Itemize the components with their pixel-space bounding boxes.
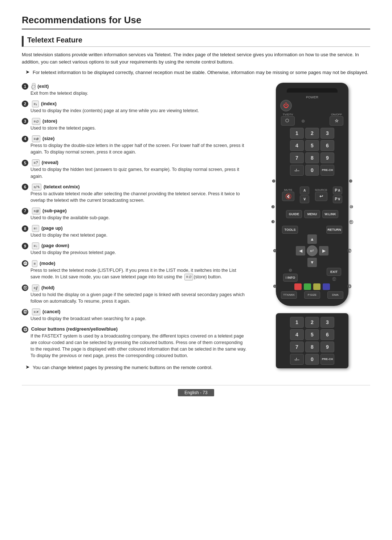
return-button[interactable]: RETURN bbox=[326, 226, 342, 234]
tv-dtv-button[interactable]: ⃝ bbox=[281, 116, 295, 126]
info-button[interactable]: i INFO bbox=[283, 274, 298, 282]
s-prech-button[interactable]: PRE-CH bbox=[320, 354, 334, 365]
nav-up-button[interactable]: ▲ bbox=[307, 234, 317, 244]
nav-left-button[interactable]: ◀ bbox=[296, 246, 305, 255]
power-label: POWER bbox=[280, 95, 344, 99]
mute-button[interactable]: 🔇 bbox=[282, 192, 294, 201]
item-number: 7 bbox=[22, 208, 28, 214]
item-number: ⑬ bbox=[22, 326, 28, 333]
source-label: SOURCE bbox=[315, 188, 327, 192]
s-num-3-button[interactable]: 3 bbox=[320, 317, 334, 328]
s-num-0-button[interactable]: 0 bbox=[305, 354, 319, 365]
num-8-button[interactable]: 8 bbox=[305, 152, 319, 163]
ch-down-button[interactable]: P∨ bbox=[333, 195, 342, 203]
num-7-button[interactable]: 7 bbox=[290, 152, 304, 163]
item-label: (teletext on/mix) bbox=[44, 184, 80, 189]
s-num-9-button[interactable]: 9 bbox=[320, 341, 334, 352]
s-num-8-button[interactable]: 8 bbox=[305, 341, 319, 352]
num-1-button[interactable]: 1 bbox=[290, 128, 304, 139]
guide-button[interactable]: GUIDE bbox=[286, 210, 302, 218]
source-button[interactable]: ↩ bbox=[315, 192, 327, 201]
menu-button[interactable]: MENU bbox=[304, 210, 320, 218]
annot-10b: ⑩ bbox=[350, 205, 353, 209]
annot-ex: ⑫ bbox=[332, 277, 336, 282]
item-number: 1 bbox=[22, 83, 28, 90]
num-2-button[interactable]: 2 bbox=[305, 128, 319, 139]
s-num-7-button[interactable]: 7 bbox=[290, 341, 304, 352]
page-title: Recommendations for Use bbox=[22, 15, 370, 29]
list-item: ⑬ Colour buttons (red/green/yellow/blue)… bbox=[22, 326, 247, 359]
s-dash-button[interactable]: -/-- bbox=[290, 354, 304, 365]
ch-up-button[interactable]: P∧ bbox=[333, 187, 342, 195]
annot-1: ❶ bbox=[301, 119, 305, 124]
bottom-function-row: TTX/MIX P.SIZE DMA bbox=[280, 291, 344, 299]
item-number: 6 bbox=[22, 184, 28, 190]
red-color-button[interactable] bbox=[294, 283, 302, 290]
num-4-button[interactable]: 4 bbox=[290, 140, 304, 151]
intro-paragraph: Most television stations provide written… bbox=[22, 51, 370, 65]
item-number: 2 bbox=[22, 101, 28, 107]
s-num-1-button[interactable]: 1 bbox=[290, 317, 304, 328]
on-off-label: ON/OFF bbox=[330, 113, 343, 116]
on-off-button[interactable]: ☆ bbox=[330, 116, 343, 126]
s-num-6-button[interactable]: 6 bbox=[320, 329, 334, 340]
item-icon-pagedown: ≡↓ bbox=[32, 242, 40, 249]
green-color-button[interactable] bbox=[304, 283, 311, 290]
psize-button[interactable]: P.SIZE bbox=[304, 291, 320, 299]
item-label: (mode) bbox=[40, 261, 55, 266]
num-9-button[interactable]: 9 bbox=[320, 152, 334, 163]
teletext-items: 1 ⃝ (exit) Exit from the teletext displa… bbox=[22, 83, 247, 359]
vol-down-button[interactable]: ∨ bbox=[300, 195, 309, 203]
item-desc: Press to activate teletext mode after se… bbox=[30, 191, 247, 204]
number-grid: 1 2 3 4 5 6 7 8 9 -/-- 0 PRE-CH bbox=[280, 128, 344, 176]
nav-right-button[interactable]: ▶ bbox=[319, 246, 328, 255]
item-number: 5 bbox=[22, 160, 28, 166]
dash-button[interactable]: -/-- bbox=[290, 165, 304, 176]
annot-11: ⑪ bbox=[349, 220, 353, 225]
tv-dtv-label: TV/DTV bbox=[281, 113, 295, 116]
num-3-button[interactable]: 3 bbox=[320, 128, 334, 139]
item-desc: Used to hold the display on a given page… bbox=[30, 291, 247, 304]
s-num-2-button[interactable]: 2 bbox=[305, 317, 319, 328]
small-numpad: 1 2 3 4 5 6 7 8 9 -/-- 0 PRE-CH bbox=[276, 313, 348, 368]
annot-6: ❻ bbox=[273, 284, 277, 289]
item-icon-hold: ≡‖ bbox=[32, 285, 40, 291]
annot-12: ⑫ bbox=[347, 248, 351, 253]
vol-up-button[interactable]: ∧ bbox=[300, 187, 309, 195]
ttxmix-button[interactable]: TTX/MIX bbox=[281, 291, 297, 299]
num-5-button[interactable]: 5 bbox=[305, 140, 319, 151]
item-desc: Used to display the previous teletext pa… bbox=[30, 249, 247, 256]
list-item: 5 ≡? (reveal) Used to display the hidden… bbox=[22, 159, 247, 179]
item-icon-mode: ≡ bbox=[32, 260, 38, 267]
exit-button[interactable]: EXIT bbox=[327, 268, 341, 276]
nav-down-button[interactable]: ▼ bbox=[307, 258, 317, 267]
s-num-5-button[interactable]: 5 bbox=[305, 329, 319, 340]
item-desc: Used to display the available sub-page. bbox=[30, 214, 247, 221]
power-button[interactable]: ⏻ bbox=[280, 100, 292, 111]
item-label: Colour buttons (red/green/yellow/blue) bbox=[31, 326, 118, 332]
item-desc: Used to display the next teletext page. bbox=[30, 232, 247, 238]
list-item: 4 ≡⊕ (size) Press to display the double-… bbox=[22, 135, 247, 155]
num-0-button[interactable]: 0 bbox=[305, 165, 319, 176]
small-bottom-row: -/-- 0 PRE-CH bbox=[279, 354, 345, 365]
item-label: (store) bbox=[42, 118, 57, 124]
wlink-button[interactable]: W.LINK bbox=[322, 210, 338, 218]
tools-button[interactable]: TOOLS bbox=[282, 226, 298, 234]
annot-2: ❷ bbox=[271, 205, 275, 209]
item-icon-index: ≡₁ bbox=[32, 101, 39, 107]
annot-3b: ❸ bbox=[271, 220, 275, 225]
yellow-color-button[interactable] bbox=[313, 283, 320, 290]
item-icon-size: ≡⊕ bbox=[32, 135, 41, 142]
nav-ok-button[interactable]: ↵ bbox=[307, 245, 318, 256]
item-label: (page up) bbox=[41, 225, 63, 231]
num-6-button[interactable]: 6 bbox=[320, 140, 334, 151]
blue-color-button[interactable] bbox=[323, 283, 330, 290]
item-icon-subpage: ≡⊞ bbox=[32, 208, 41, 214]
item-desc: Used to display the hidden text (answers… bbox=[30, 166, 247, 179]
prech-button[interactable]: PRE-CH bbox=[320, 165, 334, 176]
item-icon-teletext: ≡/✎ bbox=[32, 184, 42, 191]
list-item: 7 ≡⊞ (sub-page) Used to display the avai… bbox=[22, 207, 247, 221]
dma-button[interactable]: DMA bbox=[327, 291, 343, 299]
list-item: 8 ≡↑ (page up) Used to display the next … bbox=[22, 225, 247, 238]
s-num-4-button[interactable]: 4 bbox=[290, 329, 304, 340]
